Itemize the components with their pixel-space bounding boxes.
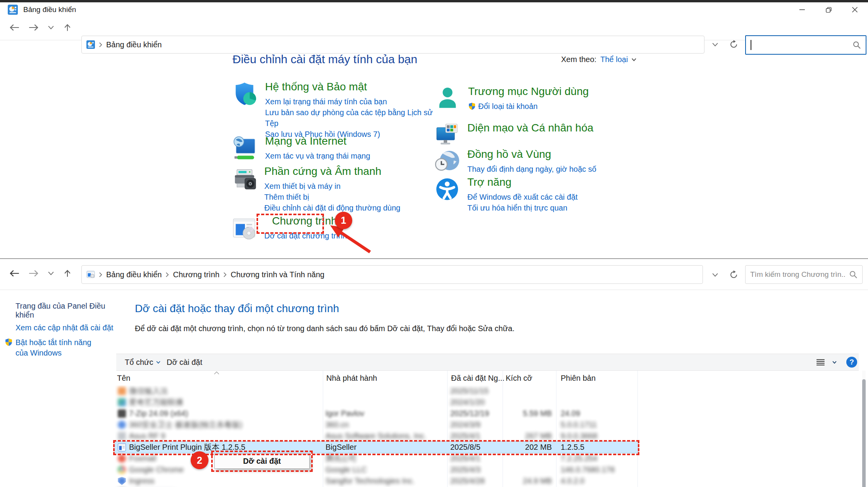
address-bar[interactable]: Bảng điều khiển: [81, 36, 704, 54]
category-title[interactable]: Hệ thống và Bảo mật: [265, 80, 434, 94]
change-view-caret[interactable]: [832, 354, 837, 370]
vertical-scrollbar[interactable]: [862, 371, 866, 487]
column-header-installed-on[interactable]: Đã cài đặt Ng...: [451, 371, 505, 385]
refresh-icon[interactable]: [729, 40, 739, 49]
window-title: Bảng điều khiển: [23, 5, 76, 14]
forward-button[interactable]: [29, 24, 39, 31]
search-input[interactable]: [746, 270, 849, 279]
program-publisher: Sangfor Technologies Inc.: [326, 475, 442, 487]
up-button[interactable]: [63, 23, 72, 32]
up-button[interactable]: [63, 269, 72, 278]
search-box[interactable]: [745, 35, 866, 55]
program-list: 微信输入法 2025/11/15 爱奇艺万能联播 2024/1/20 7-Zip…: [115, 385, 639, 487]
titlebar[interactable]: Bảng điều khiển: [0, 2, 868, 17]
search-input[interactable]: [751, 41, 852, 49]
program-icon: [118, 409, 126, 418]
hardware-sound-icon[interactable]: [232, 166, 257, 192]
category-title[interactable]: Trợ năng: [467, 175, 636, 189]
program-icon: [118, 432, 126, 440]
clock-region-icon[interactable]: [435, 149, 460, 174]
category-link[interactable]: Tối ưu hóa hiển thị trực quan: [467, 202, 636, 213]
address-dropdown-chevron-icon[interactable]: [712, 273, 718, 277]
column-header-size[interactable]: Kích cỡ: [506, 371, 532, 385]
minimize-button[interactable]: [789, 2, 815, 17]
category-link[interactable]: Thêm thiết bị: [264, 192, 433, 202]
category-link[interactable]: Để Windows đề xuất các cài đặt: [467, 192, 636, 202]
category-link[interactable]: Điều chỉnh cài đặt di động thường dùng: [264, 202, 433, 213]
uninstall-toolbar-button[interactable]: Dỡ cài đặt: [167, 354, 202, 370]
table-row[interactable]: 360安全卫士 极速版(独立杀毒版) 360.cn 2024/3/9 5.0.0…: [115, 419, 639, 430]
category-title[interactable]: Diện mạo và Cá nhân hóa: [467, 121, 636, 135]
organize-menu-button[interactable]: Tổ chức: [125, 354, 160, 370]
page-title: Điều chỉnh cài đặt máy tính của bạn: [232, 53, 417, 66]
search-box[interactable]: [745, 265, 863, 284]
annotation-step-1-badge: 1: [335, 212, 352, 229]
category-link-change-account-type[interactable]: Đổi loại tài khoản: [468, 101, 637, 112]
organize-label: Tổ chức: [125, 358, 153, 367]
view-by-caret-icon[interactable]: [632, 58, 636, 61]
table-row[interactable]: 微信输入法 2025/11/15: [115, 385, 639, 397]
program-name: 爱奇艺万能联播: [129, 397, 320, 408]
table-header-row: Tên Nhà phát hành Đã cài đặt Ng... Kích …: [115, 371, 639, 385]
scrollbar-thumb[interactable]: [862, 379, 866, 487]
breadcrumb-chevron-icon: [99, 42, 102, 47]
programs-icon[interactable]: [232, 216, 257, 241]
system-security-icon[interactable]: [232, 81, 258, 107]
category-link-label: Đổi loại tài khoản: [478, 101, 537, 112]
restore-button[interactable]: [815, 2, 842, 17]
view-by-dropdown[interactable]: Thể loại: [600, 55, 628, 64]
back-button[interactable]: [9, 24, 19, 31]
category-title[interactable]: Mạng và Internet: [265, 134, 434, 148]
program-publisher: 360.cn: [326, 419, 442, 430]
user-accounts-icon[interactable]: [436, 86, 461, 112]
table-row[interactable]: 爱奇艺万能联播 2024/1/20: [115, 397, 639, 408]
column-header-version[interactable]: Phiên bản: [561, 371, 596, 385]
category-title[interactable]: Trương mục Người dùng: [468, 85, 637, 98]
appearance-personalization-icon[interactable]: [435, 123, 460, 148]
table-row[interactable]: Ingress Sangfor Technologies Inc. 2025/4…: [115, 475, 639, 487]
sidebar-item-turn-windows-features[interactable]: Bật hoặc tắt tính năng của Windows: [16, 337, 105, 358]
category-link[interactable]: Xem thiết bị và máy in: [264, 181, 433, 192]
breadcrumb-item[interactable]: Bảng điều khiển: [106, 270, 162, 279]
program-date: 2025/4/28: [450, 475, 501, 487]
column-header-publisher[interactable]: Nhà phát hành: [326, 371, 377, 385]
program-name: 360安全卫士 极速版(独立杀毒版): [129, 419, 320, 430]
forward-button[interactable]: [29, 269, 39, 277]
category-title[interactable]: Đồng hồ và Vùng: [467, 147, 636, 161]
sidebar-item-view-installed-updates[interactable]: Xem các cập nhật đã cài đặt: [16, 323, 113, 332]
category-link[interactable]: Lưu bản sao dự phòng của các tệp bằng Lị…: [265, 107, 434, 129]
table-row[interactable]: 7-Zip 24.09 (x64) Igor Pavlov 2025/12/19…: [115, 408, 639, 419]
category-link[interactable]: Xem tác vụ và trạng thái mạng: [265, 150, 434, 161]
category-system-security: Hệ thống và Bảo mật Xem lại trạng thái m…: [232, 80, 434, 140]
ease-of-access-icon[interactable]: [435, 177, 460, 202]
list-view-icon: [816, 359, 825, 366]
search-icon[interactable]: [852, 41, 861, 49]
program-icon: [118, 387, 126, 395]
column-header-name[interactable]: Tên: [117, 371, 130, 385]
search-icon[interactable]: [849, 270, 858, 279]
program-date: 2025/12/19: [450, 408, 501, 419]
program-version: 146.0.7680.178: [561, 464, 634, 475]
recent-pages-chevron-icon[interactable]: [48, 26, 54, 29]
network-internet-icon[interactable]: [232, 136, 258, 161]
change-view-button[interactable]: [816, 354, 825, 370]
program-name: 微信输入法: [129, 385, 320, 397]
chevron-down-icon: [832, 361, 837, 364]
address-dropdown-chevron-icon[interactable]: [712, 43, 718, 47]
program-date: 2025/4/3: [450, 464, 501, 475]
breadcrumb-item[interactable]: Chương trình và Tính năng: [231, 270, 324, 279]
refresh-icon[interactable]: [729, 270, 739, 280]
address-bar[interactable]: Bảng điều khiển Chương trình Chương trìn…: [81, 265, 703, 284]
uac-shield-icon: [468, 102, 476, 110]
breadcrumb-item[interactable]: Bảng điều khiển: [106, 40, 162, 49]
category-title[interactable]: Phần cứng và Âm thanh: [264, 164, 433, 178]
recent-pages-chevron-icon[interactable]: [48, 271, 54, 275]
breadcrumb-item[interactable]: Chương trình: [173, 270, 219, 279]
help-button[interactable]: ?: [846, 354, 857, 370]
sidebar-item-control-panel-home[interactable]: Trang đầu của Panel Điều khiển: [16, 302, 115, 319]
program-icon: [118, 466, 126, 474]
back-button[interactable]: [9, 269, 19, 277]
close-button[interactable]: [842, 2, 868, 17]
category-link[interactable]: Thay đổi định dạng ngày, giờ hoặc số: [467, 164, 636, 174]
category-link[interactable]: Xem lại trạng thái máy tính của bạn: [265, 96, 434, 107]
